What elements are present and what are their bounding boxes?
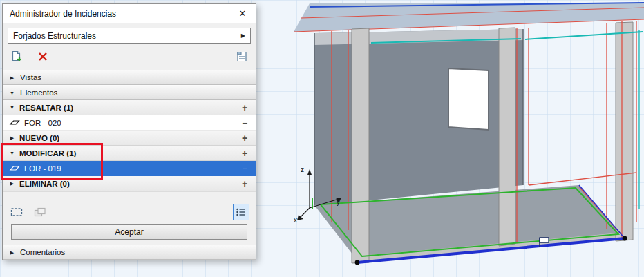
issue-organizer-icon [236,50,248,63]
copy-elements-icon [34,207,46,217]
remove-element-button[interactable]: − [240,118,249,128]
new-issue-icon [10,50,23,63]
issue-toolbar [9,48,249,66]
axis-label-z: z [301,166,304,173]
expand-arrow-icon[interactable]: ▶ [9,135,15,140]
section-vistas-label: Vistas [20,73,41,82]
tree-item-for020[interactable]: FOR - 020 − [3,115,256,131]
issue-manager-dialog: Administrador de Incidencias ✕ Forjados … [2,3,256,260]
axis-label-y: y [337,198,340,206]
remove-element-button[interactable]: − [240,164,249,173]
marquee-icon [10,207,23,217]
window-opening [448,68,489,130]
room-walls [314,29,523,206]
element-tools-row [3,202,256,222]
copy-elements-button[interactable] [32,204,48,220]
tree-group-modificar[interactable]: ▼ MODIFICAR (1) + [3,146,256,161]
app-window: z y x Administrador de Incidencias ✕ For… [0,0,644,277]
tree-group-label: MODIFICAR (1) [19,149,76,157]
delete-issue-button[interactable] [35,49,50,64]
collapse-arrow-icon[interactable]: ▼ [9,151,15,155]
tree-group-label: NUEVO (0) [19,134,59,142]
section-elementos[interactable]: ▼ Elementos [3,85,256,100]
elements-tree: ▼ RESALTAR (1) + FOR - 020 − ▶ NUEVO (0)… [3,100,256,191]
collapse-arrow-icon[interactable]: ▼ [9,90,15,95]
tree-group-label: RESALTAR (1) [19,104,73,112]
expand-arrow-icon[interactable]: ▶ [9,75,15,80]
slab-icon [9,164,20,172]
dialog-title: Administrador de Incidencias [10,9,236,19]
expand-arrow-icon[interactable]: ▶ [9,181,15,186]
selector-flyout-icon[interactable]: ▶ [241,32,245,39]
close-icon[interactable]: ✕ [236,8,249,19]
section-comentarios[interactable]: ▶ Comentarios [3,245,256,260]
add-element-button[interactable]: + [240,179,249,189]
tree-item-for019[interactable]: FOR - 019 − [3,161,256,176]
tree-spacer [3,191,256,202]
add-element-button[interactable]: + [240,103,249,113]
section-comentarios-label: Comentarios [20,248,65,256]
accept-row: Aceptar [3,222,256,245]
issue-organizer-button[interactable] [234,49,249,64]
tree-item-label: FOR - 019 [24,164,61,173]
slab-icon [9,119,20,126]
section-elementos-label: Elementos [20,88,57,97]
collapse-arrow-icon[interactable]: ▼ [9,105,15,110]
accept-button[interactable]: Aceptar [11,224,247,240]
tree-group-eliminar[interactable]: ▶ ELIMINAR (0) + [3,176,256,191]
issue-detail-button[interactable] [233,204,249,220]
tree-group-resaltar[interactable]: ▼ RESALTAR (1) + [3,100,256,115]
section-vistas[interactable]: ▶ Vistas [3,70,256,85]
add-element-button[interactable]: + [240,149,249,158]
expand-arrow-icon[interactable]: ▶ [9,250,15,255]
tree-group-label: ELIMINAR (0) [19,180,70,188]
delete-issue-icon [38,52,48,61]
add-element-button[interactable]: + [240,133,249,143]
marquee-select-button[interactable] [9,204,24,220]
tree-item-label: FOR - 020 [24,119,61,127]
issue-selector-label: Forjados Estructurales [13,31,96,41]
issue-selector[interactable]: Forjados Estructurales ▶ [8,28,251,44]
axis-label-x: x [294,216,297,224]
new-issue-button[interactable] [9,49,24,64]
dialog-titlebar[interactable]: Administrador de Incidencias ✕ [3,4,256,23]
detail-list-icon [236,207,247,217]
tree-group-nuevo[interactable]: ▶ NUEVO (0) + [3,131,256,146]
